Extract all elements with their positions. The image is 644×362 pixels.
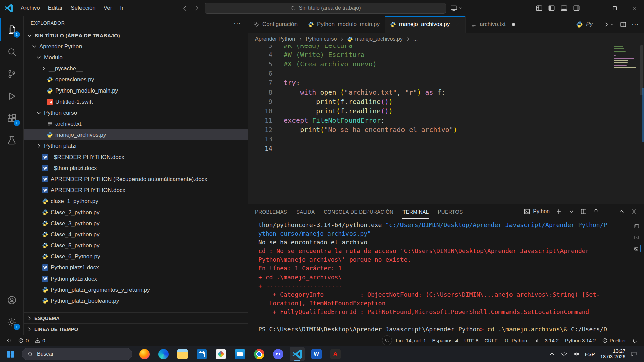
tree-folder-modulo[interactable]: Modulo [24, 52, 248, 63]
terminal[interactable]: thon/pythoncore-3.14-64/python.exe "c:/U… [248, 219, 644, 335]
tree-file-thon-platzi-docx[interactable]: ~$thon platzi.docx [24, 163, 248, 174]
customize-layout-icon[interactable] [535, 4, 543, 12]
menu-item[interactable]: ··· [128, 0, 142, 16]
split-editor-icon[interactable] [620, 21, 627, 28]
tree-file-aprender-phython-recuperado-automaticamente-docx[interactable]: APRENDER PHYTHON (Recuperado automáticam… [24, 174, 248, 185]
menu-ver[interactable]: Ver [100, 0, 116, 16]
split-terminal-icon[interactable] [580, 208, 587, 215]
status-notifications[interactable] [629, 335, 641, 346]
panel-tab-problemas[interactable]: PROBLEMAS [255, 204, 287, 219]
acrobat-taskbar-icon[interactable] [328, 347, 343, 361]
status-encoding[interactable]: UTF-8 [461, 335, 482, 346]
maximize-button[interactable] [605, 0, 625, 16]
tree-file-clase-3-python-py[interactable]: Clase_3_python.py [24, 218, 248, 229]
toggle-secondary-sidebar-icon[interactable] [573, 4, 580, 12]
clock[interactable]: 13:27 18-03-2026 [600, 348, 625, 360]
breadcrumb-item-python-curso[interactable]: Python curso [306, 36, 337, 42]
terminal-dropdown-icon[interactable] [568, 208, 575, 215]
tab-manejo-archivos-py[interactable]: manejo_archivos.py [385, 16, 466, 33]
tree-folder-aprender-python[interactable]: Aprender Python [24, 41, 248, 52]
status-snippets[interactable] [530, 335, 542, 346]
terminal-tab-icon[interactable] [634, 245, 641, 252]
notifications-icon[interactable] [631, 351, 637, 357]
search-box[interactable]: Sin título (área de trabajo) [205, 3, 446, 14]
panel-more-icon[interactable]: ··· [605, 208, 612, 215]
code-editor[interactable]: 3#R (Read) Lectura4#W (Write) Escritura5… [248, 45, 644, 204]
tab-archivo-txt[interactable]: archivo.txt [466, 16, 520, 33]
tray-chevron-up-icon[interactable] [549, 351, 555, 357]
tree-file-operaciones-py[interactable]: operaciones.py [24, 74, 248, 85]
tree-file-clase-2-python-py[interactable]: Clase_2_python.py [24, 207, 248, 218]
file-explorer-taskbar-icon[interactable] [175, 347, 190, 361]
chrome-taskbar-icon[interactable] [252, 347, 266, 361]
tree-file-python-platzi-argumentos-y-return-py[interactable]: Python_platzi_argumentos_y_return.py [24, 284, 248, 295]
outlook-taskbar-icon[interactable] [232, 347, 247, 361]
explorer-more-actions[interactable]: ··· [234, 19, 241, 27]
tree-file-python-platz1-docx[interactable]: Python platz1.docx [24, 262, 248, 273]
tab-preview[interactable]: Py [571, 21, 598, 28]
vscode-taskbar-icon[interactable] [290, 347, 305, 361]
menu-archivo[interactable]: Archivo [17, 0, 44, 16]
close-button[interactable] [625, 0, 644, 16]
tree-folder-pycache[interactable]: __pycache__ [24, 63, 248, 74]
minimap[interactable] [614, 46, 638, 74]
menu-seleccion[interactable]: Selección [67, 0, 100, 16]
panel-tab-puertos[interactable]: PUERTOS [438, 204, 463, 219]
word-taskbar-icon[interactable] [309, 347, 324, 361]
tree-folder-python-curso[interactable]: Python curso [24, 107, 248, 118]
store-taskbar-icon[interactable] [194, 347, 209, 361]
back-icon[interactable] [181, 4, 189, 12]
toggle-panel-icon[interactable] [560, 4, 568, 12]
tree-file-python-platzi-booleano-py[interactable]: Python_platzi_booleano.py [24, 295, 248, 306]
tree-file-clase-1-python-py[interactable]: clase_1_python.py [24, 196, 248, 207]
status-remote[interactable] [3, 335, 15, 346]
volume-icon[interactable] [573, 351, 580, 357]
minimize-button[interactable] [586, 0, 605, 16]
tree-file-python-modulo-main-py[interactable]: Python_modulo_main.py [24, 85, 248, 96]
status-prettier[interactable]: Prettier [599, 335, 629, 346]
activity-explorer[interactable]: 1 [0, 18, 24, 41]
activity-run-debug[interactable] [0, 85, 24, 107]
section-linea-de-tiempo[interactable]: LÍNEA DE TIEMPO [24, 323, 248, 335]
tab-python-modulo-main-py[interactable]: Python_modulo_main.py [303, 16, 385, 33]
tree-file-python-platzi-docx[interactable]: Python platzi.docx [24, 273, 248, 284]
activity-extensions[interactable]: 1 [0, 107, 24, 129]
tree-folder-sin-titulo-area-de-trabajo[interactable]: SIN TÍTULO (ÁREA DE TRABAJO) [24, 30, 248, 41]
start-button[interactable] [3, 347, 17, 361]
tab-configuracion[interactable]: Configuración [248, 16, 303, 33]
status-python-interpreter[interactable]: Python 3.14.2 [562, 335, 599, 346]
activity-source-control[interactable] [0, 63, 24, 85]
photos-taskbar-icon[interactable] [213, 347, 228, 361]
window-layout-dropdown[interactable] [450, 4, 463, 12]
terminal-profile[interactable]: Python [524, 208, 550, 215]
scrollbar-thumb[interactable] [640, 45, 643, 95]
panel-tab-terminal[interactable]: TERMINAL [402, 204, 429, 219]
tree-file-render-phython-docx[interactable]: ~$RENDER PHYTHON.docx [24, 152, 248, 163]
language-indicator[interactable]: ESP [585, 351, 595, 357]
breadcrumb-item-item[interactable]: ... [413, 36, 418, 42]
section-esquema[interactable]: ESQUEMA [24, 312, 248, 323]
tree-file-clase-5-python-py[interactable]: Clase_5_python.py [24, 240, 248, 251]
discord-taskbar-icon[interactable] [271, 347, 285, 361]
edge-taskbar-icon[interactable] [156, 347, 171, 361]
menu-editar[interactable]: Editar [44, 0, 67, 16]
new-terminal-icon[interactable] [555, 208, 562, 215]
breadcrumb-item-manejo-archivos-py[interactable]: manejo_archivos.py [347, 36, 402, 42]
terminal-tab-icon[interactable] [634, 223, 641, 230]
tree-file-clase-6-pytnon-py[interactable]: Clase_6_Pytnon.py [24, 251, 248, 262]
status-indentation[interactable]: Espacios: 4 [429, 335, 461, 346]
panel-tab-consola-de-depuracion[interactable]: CONSOLA DE DEPURACIÓN [324, 204, 393, 219]
tree-file-clase-4-python-py[interactable]: Clase_4_python.py [24, 229, 248, 240]
more-actions-icon[interactable]: ··· [632, 21, 639, 28]
status-errors[interactable]: 0 [15, 335, 32, 346]
maximize-panel-icon[interactable] [618, 208, 625, 215]
editor-scrollbar[interactable] [639, 45, 644, 204]
close-panel-icon[interactable] [631, 208, 637, 215]
kill-terminal-icon[interactable] [593, 208, 599, 215]
status-language-mode[interactable]: {}Python [501, 335, 530, 346]
status-python-version[interactable]: 3.14.2 [542, 335, 562, 346]
wifi-icon[interactable] [561, 351, 568, 357]
forward-icon[interactable] [193, 4, 201, 12]
panel-tab-salida[interactable]: SALIDA [296, 204, 315, 219]
tree-file-manejo-archivos-py[interactable]: manejo_archivos.py [24, 129, 248, 140]
